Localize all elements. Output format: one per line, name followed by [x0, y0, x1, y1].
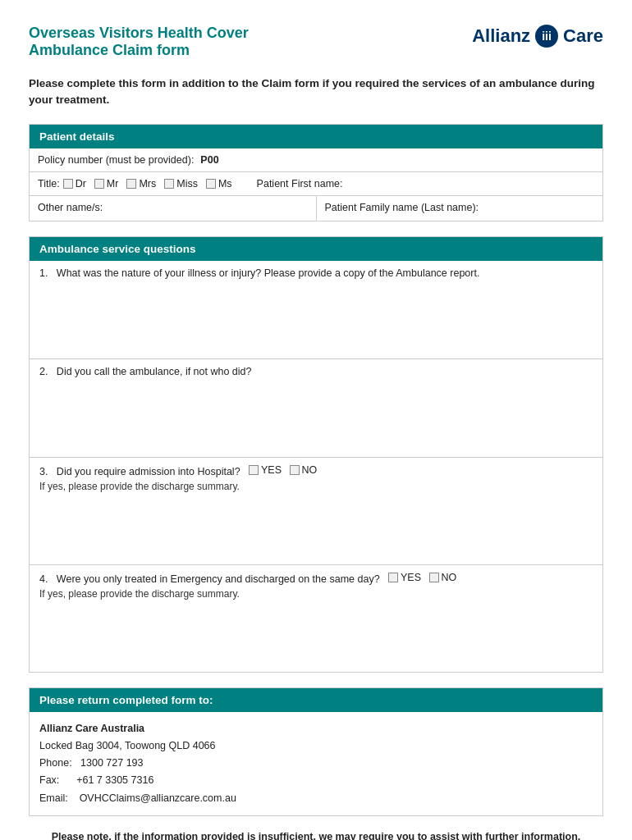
- first-name-label: Patient First name:: [257, 178, 343, 189]
- logo-text-allianz: Allianz: [472, 25, 530, 47]
- title-mrs[interactable]: Mrs: [126, 178, 156, 189]
- title-row: Title: Dr Mr Mrs Miss Ms Patie: [30, 172, 602, 196]
- other-name-label: Other name/s:: [38, 202, 103, 213]
- title-line2: Ambulance Claim form: [29, 42, 249, 59]
- policy-number-row: Policy number (must be provided): P00: [30, 148, 602, 172]
- question-1-answer[interactable]: [39, 282, 593, 348]
- question-4-number: 4.: [39, 573, 53, 585]
- intro-text: Please complete this form in addition to…: [29, 75, 603, 109]
- checkbox-q3-no[interactable]: [290, 465, 300, 475]
- checkbox-miss[interactable]: [164, 179, 174, 189]
- phone-label: Phone:: [39, 757, 72, 769]
- question-2-row: 2. Did you call the ambulance, if not wh…: [30, 359, 602, 458]
- title-mr[interactable]: Mr: [94, 178, 119, 189]
- patient-details-section: Patient details Policy number (must be p…: [29, 124, 603, 221]
- q4-no-label: NO: [442, 572, 457, 583]
- question-2-content: Did you call the ambulance, if not who d…: [57, 366, 252, 377]
- title-ms-label: Ms: [218, 178, 232, 189]
- company-fax: Fax: +61 7 3305 7316: [39, 772, 593, 789]
- family-name-cell: Patient Family name (Last name):: [317, 196, 603, 221]
- question-1-text: 1. What was the nature of your illness o…: [39, 267, 593, 279]
- patient-details-body: Policy number (must be provided): P00 Ti…: [30, 148, 602, 221]
- question-4-text: 4. Were you only treated in Emergency an…: [39, 572, 593, 585]
- question-1-number: 1.: [39, 267, 53, 279]
- q3-yes[interactable]: YES: [249, 464, 282, 476]
- question-1-content: What was the nature of your illness or i…: [57, 267, 480, 279]
- first-name-area: Patient First name:: [240, 178, 594, 189]
- title-label: Title:: [38, 178, 60, 189]
- question-3-number: 3.: [39, 466, 53, 477]
- return-section-header: Please return completed form to:: [30, 688, 602, 712]
- question-3-answer[interactable]: [39, 492, 593, 558]
- question-4-row: 4. Were you only treated in Emergency an…: [30, 565, 602, 672]
- ambulance-questions-section: Ambulance service questions 1. What was …: [29, 236, 603, 673]
- logo-text-care: Care: [563, 25, 603, 47]
- q3-yes-label: YES: [261, 464, 282, 476]
- company-phone: Phone: 1300 727 193: [39, 755, 593, 772]
- ambulance-questions-header: Ambulance service questions: [30, 237, 602, 261]
- question-3-subtext: If yes, please provide the discharge sum…: [39, 481, 593, 492]
- question-2-text: 2. Did you call the ambulance, if not wh…: [39, 366, 593, 377]
- q4-yes-label: YES: [401, 572, 421, 583]
- fax-label: Fax:: [39, 774, 59, 786]
- q4-yes[interactable]: YES: [388, 572, 421, 583]
- return-section: Please return completed form to: Allianz…: [29, 687, 603, 816]
- family-name-label: Patient Family name (Last name):: [325, 202, 479, 213]
- question-4-subtext: If yes, please provide the discharge sum…: [39, 588, 593, 600]
- q3-no[interactable]: NO: [290, 464, 318, 476]
- policy-label: Policy number (must be provided):: [38, 154, 194, 166]
- patient-details-header: Patient details: [30, 125, 602, 148]
- fax-value: +61 7 3305 7316: [76, 774, 153, 786]
- q3-no-label: NO: [302, 464, 318, 476]
- question-4-content: Were you only treated in Emergency and d…: [57, 573, 380, 585]
- question-1-row: 1. What was the nature of your illness o…: [30, 261, 602, 359]
- checkbox-q4-yes[interactable]: [388, 573, 398, 582]
- title-mrs-label: Mrs: [139, 178, 156, 189]
- ambulance-questions-body: 1. What was the nature of your illness o…: [30, 261, 602, 672]
- logo-icon: iii: [535, 25, 558, 48]
- title-miss[interactable]: Miss: [164, 178, 198, 189]
- company-name: Allianz Care Australia: [39, 720, 593, 737]
- question-3-text: 3. Did you require admission into Hospit…: [39, 464, 593, 477]
- question-4-answer[interactable]: [39, 600, 593, 665]
- title-miss-label: Miss: [176, 178, 198, 189]
- question-3-row: 3. Did you require admission into Hospit…: [30, 458, 602, 565]
- title-mr-label: Mr: [107, 178, 119, 189]
- email-value: OVHCClaims@allianzcare.com.au: [80, 792, 236, 804]
- company-address: Locked Bag 3004, Toowong QLD 4066: [39, 737, 593, 755]
- names-row: Other name/s: Patient Family name (Last …: [30, 196, 602, 221]
- policy-value: P00: [200, 154, 218, 166]
- checkbox-mrs[interactable]: [126, 179, 136, 189]
- title-dr-label: Dr: [76, 178, 86, 189]
- checkbox-q3-yes[interactable]: [249, 465, 259, 475]
- checkbox-dr[interactable]: [63, 179, 73, 189]
- checkbox-q4-no[interactable]: [429, 573, 439, 582]
- footer-note: Please note, if the information provided…: [29, 831, 603, 840]
- allianz-logo: Allianz iii Care: [472, 25, 603, 48]
- page-header: Overseas Visitors Health Cover Ambulance…: [29, 25, 603, 59]
- phone-value: 1300 727 193: [80, 757, 143, 769]
- title-line1: Overseas Visitors Health Cover: [29, 25, 249, 42]
- q4-no[interactable]: NO: [429, 572, 457, 583]
- return-body: Allianz Care Australia Locked Bag 3004, …: [30, 712, 602, 815]
- title-dr[interactable]: Dr: [63, 178, 86, 189]
- question-2-answer[interactable]: [39, 381, 593, 446]
- other-name-cell: Other name/s:: [30, 196, 317, 221]
- title-ms[interactable]: Ms: [206, 178, 232, 189]
- checkbox-ms[interactable]: [206, 179, 216, 189]
- email-label: Email:: [39, 792, 68, 804]
- question-3-content: Did you require admission into Hospital?: [57, 466, 240, 477]
- form-title: Overseas Visitors Health Cover Ambulance…: [29, 25, 249, 59]
- checkbox-mr[interactable]: [94, 179, 104, 189]
- question-2-number: 2.: [39, 366, 53, 377]
- company-email: Email: OVHCClaims@allianzcare.com.au: [39, 790, 593, 807]
